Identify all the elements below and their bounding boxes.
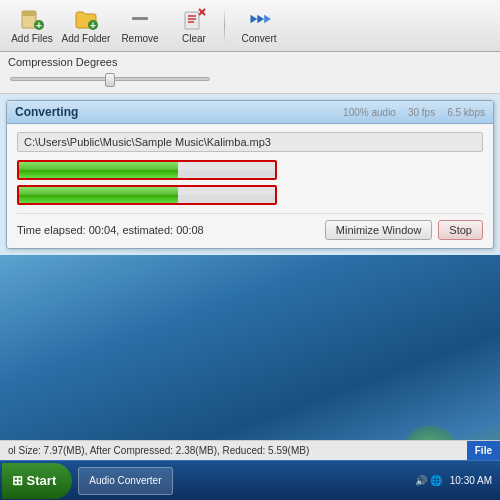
compression-label: Compression Degrees: [8, 56, 492, 68]
convert-button[interactable]: Convert: [229, 4, 289, 48]
svg-text:+: +: [90, 20, 96, 30]
add-files-label: Add Files: [11, 33, 53, 44]
progress-bar-shine-1: [19, 162, 275, 170]
taskbar: ⊞ Start Audio Converter 🔊 🌐 10:30 AM: [0, 460, 500, 500]
clear-icon: [182, 7, 206, 31]
add-files-button[interactable]: + Add Files: [6, 4, 58, 48]
compression-slider-track: [10, 77, 210, 81]
progress-bar-wrapper-2: [17, 185, 277, 205]
time-elapsed: Time elapsed: 00:04, estimated: 00:08: [17, 224, 204, 236]
start-label: ⊞ Start: [12, 473, 56, 488]
stop-button[interactable]: Stop: [438, 220, 483, 240]
header-info-1: 100% audio: [343, 107, 396, 118]
remove-label: Remove: [121, 33, 158, 44]
dialog-buttons: Minimize Window Stop: [325, 220, 483, 240]
progress-container-2: [17, 185, 483, 205]
bottom-statusbar: ol Size: 7.97(MB), After Compressed: 2.3…: [0, 440, 500, 460]
dialog-title: Converting: [15, 105, 78, 119]
convert-icon: [247, 7, 271, 31]
convert-label: Convert: [241, 33, 276, 44]
status-text: ol Size: 7.97(MB), After Compressed: 2.3…: [0, 445, 467, 456]
dialog-body: C:\Users\Public\Music\Sample Music\Kalim…: [7, 124, 493, 248]
compression-slider-thumb[interactable]: [105, 73, 115, 87]
clear-label: Clear: [182, 33, 206, 44]
system-tray-icons: 🔊 🌐: [415, 475, 442, 486]
header-info-2: 30 fps: [408, 107, 435, 118]
file-path: C:\Users\Public\Music\Sample Music\Kalim…: [17, 132, 483, 152]
status-file-badge[interactable]: File: [467, 441, 500, 460]
header-info-3: 6.5 kbps: [447, 107, 485, 118]
add-files-icon: +: [20, 7, 44, 31]
svg-marker-15: [264, 15, 271, 24]
svg-marker-13: [250, 15, 257, 24]
add-folder-icon: +: [74, 7, 98, 31]
dialog-titlebar: Converting 100% audio 30 fps 6.5 kbps: [7, 101, 493, 124]
converting-dialog: Converting 100% audio 30 fps 6.5 kbps C:…: [6, 100, 494, 249]
toolbar: + Add Files + Add Folder Remove: [0, 0, 500, 52]
svg-rect-6: [132, 17, 148, 20]
remove-icon: [128, 7, 152, 31]
slider-container: [8, 71, 492, 87]
svg-rect-7: [185, 12, 199, 29]
minimize-window-button[interactable]: Minimize Window: [325, 220, 433, 240]
start-button[interactable]: ⊞ Start: [2, 463, 72, 499]
remove-button[interactable]: Remove: [114, 4, 166, 48]
progress-bar-shine-2: [19, 187, 275, 195]
taskbar-right: 🔊 🌐 10:30 AM: [415, 475, 500, 486]
progress-bar-wrapper-1: [17, 160, 277, 180]
clear-button[interactable]: Clear: [168, 4, 220, 48]
add-folder-label: Add Folder: [62, 33, 111, 44]
svg-rect-1: [22, 11, 36, 16]
svg-text:+: +: [36, 20, 42, 30]
clock: 10:30 AM: [450, 475, 492, 486]
svg-marker-14: [257, 15, 264, 24]
dialog-header-info: 100% audio 30 fps 6.5 kbps: [343, 107, 485, 118]
add-folder-button[interactable]: + Add Folder: [60, 4, 112, 48]
toolbar-separator: [224, 8, 225, 44]
dialog-status: Time elapsed: 00:04, estimated: 00:08 Mi…: [17, 213, 483, 240]
taskbar-task[interactable]: Audio Converter: [78, 467, 172, 495]
compression-section: Compression Degrees: [0, 52, 500, 94]
progress-container-1: [17, 160, 483, 180]
